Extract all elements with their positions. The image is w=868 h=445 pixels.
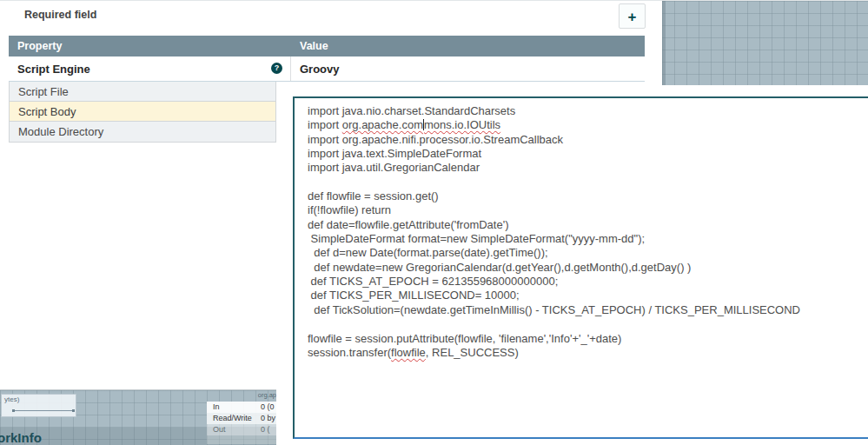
property-row-module-directory[interactable]: Module Directory	[9, 122, 276, 143]
property-name-script-engine: Script Engine	[17, 63, 90, 76]
stats-label-in: In	[213, 402, 220, 411]
stats-value-out: 0 (	[261, 424, 270, 435]
property-name-script-body: Script Body	[18, 105, 76, 118]
property-column-header: Property	[17, 36, 62, 56]
stats-label-out: Out	[213, 425, 226, 434]
slider-label: ytes)	[4, 395, 19, 403]
stats-value-read-write: 0 by	[261, 413, 275, 424]
property-name-module-directory: Module Directory	[18, 125, 103, 138]
slider-dot-left	[12, 409, 15, 412]
slider-dot-right	[72, 409, 75, 412]
property-row-script-file[interactable]: Script File	[9, 82, 276, 102]
value-column-header: Value	[300, 36, 328, 56]
background-slider-widget: ytes)	[1, 394, 76, 417]
help-icon[interactable]: ?	[271, 63, 282, 74]
canvas-edge-shade	[662, 1, 666, 85]
stats-value-in: 0 (0	[261, 402, 275, 413]
property-row-script-body[interactable]: Script Body	[9, 102, 276, 122]
script-body-editor[interactable]: import java.nio.charset.StandardCharsets…	[293, 96, 868, 439]
property-row-script-engine[interactable]: Script Engine ? Groovy	[9, 56, 645, 82]
property-name-script-file: Script File	[18, 85, 69, 98]
slider-track	[13, 410, 74, 411]
flow-canvas-top-right	[662, 1, 868, 85]
add-property-button[interactable]: +	[619, 3, 646, 29]
processor-properties-dialog: Required field + Property Value Script E…	[0, 0, 868, 445]
property-value-script-engine[interactable]: Groovy	[300, 63, 340, 76]
script-code[interactable]: import java.nio.charset.StandardCharsets…	[308, 104, 868, 360]
column-divider	[290, 56, 291, 81]
group-title-text: orkInfo	[0, 430, 42, 445]
required-field-label: Required field	[24, 9, 96, 21]
stats-label-read-write: Read/Write	[213, 414, 252, 422]
properties-table-header: Property Value	[9, 36, 645, 56]
processor-class-text: org.ap	[209, 391, 276, 399]
